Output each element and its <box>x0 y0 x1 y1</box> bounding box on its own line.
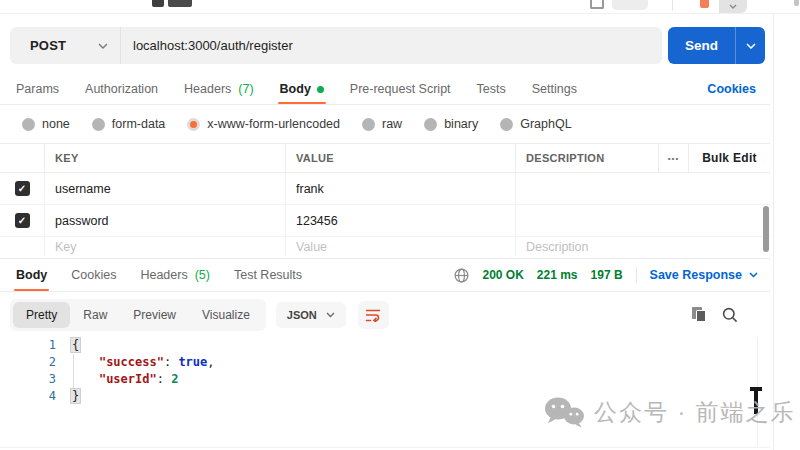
radio-none[interactable]: none <box>22 117 70 131</box>
save-response-button[interactable]: Save Response <box>650 268 758 282</box>
radio-raw[interactable]: raw <box>362 117 402 131</box>
divider <box>636 267 637 283</box>
chevron-down-icon <box>719 0 747 13</box>
send-button[interactable]: Send <box>668 27 736 64</box>
key-cell[interactable]: username <box>44 173 285 204</box>
code-line: 1 { <box>0 337 770 354</box>
value-placeholder[interactable]: Value <box>285 237 515 256</box>
view-tab-preview[interactable]: Preview <box>120 302 189 328</box>
row-checkbox[interactable]: ✓ <box>15 213 30 228</box>
radio-form-data[interactable]: form-data <box>92 117 166 131</box>
word-wrap-button[interactable] <box>358 301 389 329</box>
response-tab-headers[interactable]: Headers(5) <box>140 259 210 291</box>
cookies-link[interactable]: Cookies <box>707 82 756 96</box>
response-tab-body[interactable]: Body <box>16 259 47 291</box>
orange-glyph <box>700 0 709 8</box>
json-key: "success" <box>99 355 164 369</box>
radio-x-www-form-urlencoded[interactable]: x-www-form-urlencoded <box>187 117 340 131</box>
response-tab-test-results[interactable]: Test Results <box>234 259 302 291</box>
top-toolbar-fragment <box>168 0 192 7</box>
search-icon[interactable] <box>722 307 738 323</box>
copy-icon[interactable] <box>692 307 707 323</box>
method-dropdown[interactable]: POST <box>10 27 120 64</box>
checkbox-column-header <box>0 144 44 172</box>
json-key: "userId" <box>99 372 157 386</box>
bulk-edit-button[interactable]: Bulk Edit <box>702 151 757 165</box>
headers-count: (7) <box>238 82 253 96</box>
line-number: 1 <box>0 337 56 354</box>
tab-pre-request-script[interactable]: Pre-request Script <box>350 74 451 104</box>
close-brace: } <box>70 388 81 404</box>
line-number: 3 <box>0 371 56 388</box>
view-tab-raw[interactable]: Raw <box>70 302 120 328</box>
radio-icon <box>92 118 105 131</box>
table-row: ✓ password 123456 <box>0 205 770 237</box>
method-label: POST <box>30 38 66 53</box>
globe-icon[interactable] <box>454 268 469 283</box>
top-toolbar-fragment <box>612 0 648 10</box>
response-meta: 200 OK 221 ms 197 B Save Response <box>454 259 758 291</box>
tab-body[interactable]: Body <box>280 74 324 104</box>
line-number: 4 <box>0 388 56 405</box>
request-tabs: Params Authorization Headers(7) Body Pre… <box>0 74 770 105</box>
radio-icon <box>22 118 35 131</box>
watermark-text: 公众号 · 前端之乐 <box>594 397 795 428</box>
table-scrollbar[interactable] <box>763 206 769 252</box>
response-tools <box>692 307 738 323</box>
radio-selected-icon <box>187 118 200 131</box>
description-placeholder[interactable]: Description <box>515 237 770 256</box>
tab-params[interactable]: Params <box>16 74 59 104</box>
value-cell[interactable]: frank <box>285 173 515 204</box>
radio-binary[interactable]: binary <box>424 117 478 131</box>
status-code: 200 OK <box>482 268 523 282</box>
view-tab-visualize[interactable]: Visualize <box>189 302 263 328</box>
response-tabs: Body Cookies Headers(5) Test Results 200… <box>0 258 770 292</box>
send-options-button[interactable] <box>736 27 765 64</box>
json-boolean: true <box>178 355 207 369</box>
view-mode-group: Pretty Raw Preview Visualize <box>10 299 266 331</box>
description-cell[interactable] <box>515 205 770 236</box>
environment-selector-fragment[interactable] <box>690 0 747 13</box>
response-tab-cookies[interactable]: Cookies <box>71 259 116 291</box>
tab-authorization[interactable]: Authorization <box>85 74 158 104</box>
postman-window: POST localhost:3000/auth/register Send P… <box>0 0 800 450</box>
divider <box>0 447 770 448</box>
green-dot-icon <box>317 86 324 93</box>
table-row-empty: Key Value Description <box>0 237 770 256</box>
divider <box>0 13 800 14</box>
word-wrap-icon <box>365 308 381 322</box>
indent-guide <box>73 354 74 388</box>
key-cell[interactable]: password <box>44 205 285 236</box>
urlencoded-params-table: KEY VALUE DESCRIPTION ••• Bulk Edit ✓ us… <box>0 143 770 256</box>
more-options-icon[interactable]: ••• <box>668 154 679 163</box>
code-line: 3 "userId": 2 <box>0 371 770 388</box>
value-column-header: VALUE <box>285 144 515 172</box>
key-placeholder[interactable]: Key <box>44 237 285 256</box>
chevron-down-icon <box>749 272 758 278</box>
response-time: 221 ms <box>537 268 578 282</box>
response-body-code: 1 { 2 "success": true, 3 "userId": 2 4 } <box>0 337 770 405</box>
tab-settings[interactable]: Settings <box>532 74 577 104</box>
radio-graphql[interactable]: GraphQL <box>500 117 571 131</box>
layout-icon <box>590 0 604 9</box>
line-number: 2 <box>0 354 56 371</box>
chevron-down-icon <box>746 43 756 49</box>
description-column-header: DESCRIPTION <box>515 144 658 172</box>
tab-tests[interactable]: Tests <box>477 74 506 104</box>
url-input[interactable]: localhost:3000/auth/register <box>121 38 293 53</box>
tab-headers[interactable]: Headers(7) <box>184 74 254 104</box>
body-type-options: none form-data x-www-form-urlencoded raw… <box>0 106 770 142</box>
response-view-toolbar: Pretty Raw Preview Visualize JSON <box>10 297 770 333</box>
key-column-header: KEY <box>44 144 285 172</box>
send-button-group: Send <box>668 27 765 64</box>
row-checkbox[interactable]: ✓ <box>15 181 30 196</box>
radio-icon <box>500 118 513 131</box>
json-number: 2 <box>171 372 178 386</box>
format-dropdown[interactable]: JSON <box>276 302 346 328</box>
value-cell[interactable]: 123456 <box>285 205 515 236</box>
description-cell[interactable] <box>515 173 770 204</box>
top-toolbar-fragment <box>794 0 799 6</box>
view-tab-pretty[interactable]: Pretty <box>13 302 70 328</box>
radio-icon <box>424 118 437 131</box>
response-size: 197 B <box>591 268 623 282</box>
